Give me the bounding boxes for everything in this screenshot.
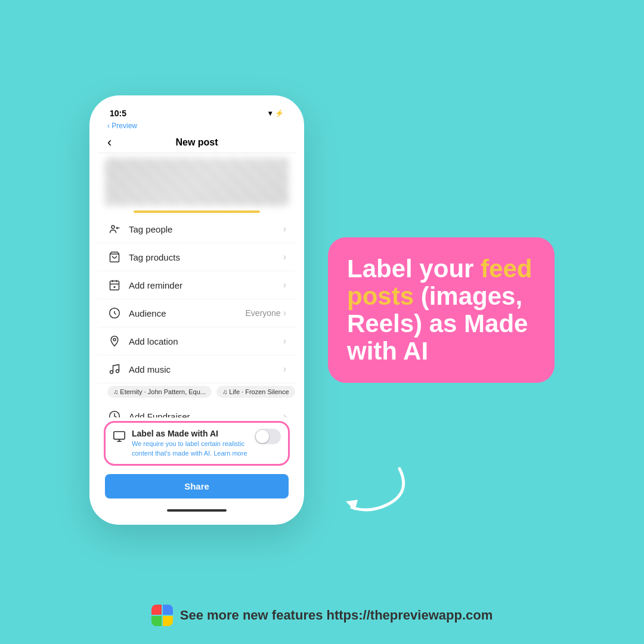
ai-label-icon	[113, 430, 126, 446]
curved-arrow-container	[340, 463, 411, 519]
bubble-feed: feed	[481, 255, 532, 283]
menu-item-tag-people[interactable]: Tag people ›	[98, 215, 296, 243]
audience-value: Everyone	[246, 308, 281, 318]
curved-arrow-icon	[340, 463, 411, 516]
add-fundraiser-icon	[107, 409, 122, 417]
chevron-icon: ›	[283, 252, 286, 262]
tag-people-label: Tag people	[129, 224, 283, 234]
status-bar: 10:5 ▾ ⚡	[98, 104, 296, 120]
preview-bar[interactable]: ‹ Preview	[98, 120, 296, 132]
music-chip-1[interactable]: ♫ Eternity · John Pattern, Equ...	[107, 386, 212, 398]
back-button[interactable]: ‹	[107, 135, 112, 150]
music-chip-2-label: ♫ Life · Frozen Silence	[222, 388, 289, 395]
menu-item-add-location[interactable]: Add location ›	[98, 327, 296, 355]
home-bar	[167, 509, 227, 512]
share-button[interactable]: Share	[105, 474, 289, 499]
add-reminder-label: Add reminder	[129, 280, 283, 290]
logo-cell-yellow	[163, 616, 173, 626]
post-image-placeholder	[105, 158, 289, 206]
svg-point-0	[112, 225, 114, 228]
menu-list: Tag people › Tag products ›	[98, 213, 296, 417]
add-music-label: Add music	[129, 364, 283, 374]
chevron-icon: ›	[283, 364, 286, 374]
chevron-icon: ›	[283, 411, 286, 417]
add-reminder-right: ›	[283, 280, 286, 290]
logo-cell-red	[151, 605, 162, 615]
music-chip-1-label: ♫ Eternity · John Pattern, Equ...	[113, 388, 206, 395]
nav-bar: ‹ New post	[98, 132, 296, 153]
add-fundraiser-right: ›	[283, 411, 286, 417]
status-time: 10:5	[110, 109, 126, 118]
music-chips: ♫ Eternity · John Pattern, Equ... ♫ Life…	[98, 383, 296, 402]
add-location-right: ›	[283, 336, 286, 346]
svg-point-11	[116, 370, 119, 373]
audience-label: Audience	[129, 308, 246, 318]
menu-item-add-fundraiser[interactable]: Add Fundraiser ›	[98, 402, 296, 417]
tag-products-right: ›	[283, 252, 286, 262]
tag-products-icon	[107, 250, 122, 264]
tag-people-right: ›	[283, 224, 286, 234]
svg-point-10	[110, 371, 113, 374]
add-music-right: ›	[283, 364, 286, 374]
home-indicator	[98, 504, 296, 516]
nav-title: New post	[175, 137, 218, 148]
bubble-line3: Reels) as Made	[347, 309, 528, 338]
bubble-line2: (images,	[414, 282, 522, 310]
add-location-icon	[107, 334, 122, 348]
menu-item-tag-products[interactable]: Tag products ›	[98, 243, 296, 271]
svg-rect-2	[110, 281, 119, 290]
ai-label-title: Label as Made with AI	[132, 429, 249, 438]
logo-cell-blue	[163, 605, 173, 615]
menu-item-add-reminder[interactable]: Add reminder ›	[98, 271, 296, 299]
audience-right: Everyone ›	[246, 308, 286, 318]
chevron-icon: ›	[283, 308, 286, 318]
menu-item-add-music[interactable]: Add music ›	[98, 355, 296, 383]
speech-bubble-text: Label your feed posts (images, Reels) as…	[347, 255, 535, 366]
add-location-label: Add location	[129, 336, 283, 346]
audience-icon	[107, 306, 122, 320]
tag-products-label: Tag products	[129, 252, 283, 262]
menu-item-audience[interactable]: Audience Everyone ›	[98, 299, 296, 327]
wifi-icon: ▾	[268, 109, 272, 117]
chevron-icon: ›	[283, 336, 286, 346]
add-reminder-icon	[107, 278, 122, 292]
battery-icon: ⚡	[275, 109, 284, 117]
ai-label-text: Label as Made with AI We require you to …	[132, 429, 249, 458]
learn-more-link[interactable]: Learn more	[213, 450, 247, 457]
ai-label-toggle[interactable]	[255, 429, 281, 444]
chevron-icon: ›	[283, 280, 286, 290]
toggle-knob	[256, 430, 269, 443]
status-icons: ▾ ⚡	[268, 109, 284, 117]
music-chip-2[interactable]: ♫ Life · Frozen Silence	[216, 386, 295, 398]
bubble-line4: with AI	[347, 337, 428, 365]
preview-logo	[151, 605, 173, 626]
ai-label-section: Label as Made with AI We require you to …	[104, 421, 290, 466]
preview-label: ‹ Preview	[107, 122, 137, 130]
add-fundraiser-label: Add Fundraiser	[129, 411, 283, 418]
bottom-bar: See more new features https://thepreview…	[0, 605, 644, 626]
add-music-icon	[107, 362, 122, 376]
tag-people-icon	[107, 222, 122, 236]
svg-rect-14	[114, 432, 125, 439]
chevron-icon: ›	[283, 224, 286, 234]
bottom-text: See more new features https://thepreview…	[180, 608, 493, 623]
logo-cell-green	[151, 616, 162, 626]
bubble-posts: posts	[347, 282, 414, 310]
svg-point-9	[113, 338, 116, 340]
speech-bubble: Label your feed posts (images, Reels) as…	[328, 237, 555, 383]
ai-label-desc: We require you to label certain realisti…	[132, 439, 249, 458]
phone-mockup: 10:5 ▾ ⚡ ‹ Preview ‹ New post	[89, 95, 304, 525]
bubble-line1: Label your	[347, 255, 481, 283]
